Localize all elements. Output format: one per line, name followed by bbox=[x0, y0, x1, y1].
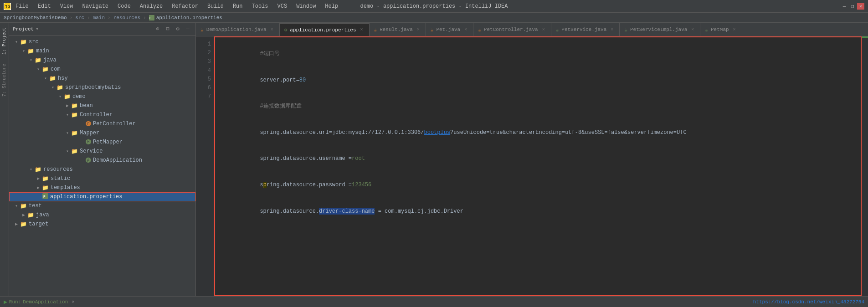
tree-label-java: java bbox=[43, 57, 56, 63]
tree-arrow-controller[interactable]: ▾ bbox=[64, 112, 71, 118]
tree-arrow-java-test[interactable]: ▶ bbox=[20, 212, 27, 218]
tab-icon-petcontroller: ☕ bbox=[478, 27, 481, 33]
tree-arrow-com[interactable]: ▾ bbox=[35, 67, 42, 72]
menu-file[interactable]: File bbox=[14, 2, 31, 10]
tree-arrow-java[interactable]: ▾ bbox=[27, 57, 35, 63]
tab-petmap[interactable]: ☕ PetMap × bbox=[700, 23, 742, 36]
sidebar-title-dropdown[interactable]: ▾ bbox=[36, 26, 39, 32]
tab-demoapplication-java[interactable]: ☕ DemoApplication.java × bbox=[196, 23, 280, 36]
sidebar-hide-icon[interactable]: — bbox=[184, 25, 192, 33]
tree-item-test[interactable]: ▾ 📁 test bbox=[9, 201, 195, 210]
tab-petcontroller-java[interactable]: ☕ PetController.java × bbox=[473, 23, 551, 36]
statusbar: ▶ Run: DemoApplication × https://blog.cs… bbox=[0, 296, 868, 307]
tree-arrow-demo[interactable]: ▾ bbox=[56, 94, 64, 99]
tree-item-springbootmybatis[interactable]: ▾ 📁 springbootmybatis bbox=[9, 83, 195, 92]
tree-item-demoapplication-svc[interactable]: ▶ 🅐 DemoApplication bbox=[9, 156, 195, 165]
tab-close-appprop[interactable]: × bbox=[359, 27, 365, 33]
menu-view[interactable]: View bbox=[58, 2, 75, 10]
tree-item-demo[interactable]: ▾ 📁 demo bbox=[9, 92, 195, 101]
tree-item-hsy[interactable]: ▾ 📁 hsy bbox=[9, 74, 195, 83]
menu-vcs[interactable]: VCS bbox=[276, 2, 289, 10]
breadcrumb-part-0[interactable]: SpringbootMybatisDemo bbox=[4, 15, 67, 20]
tree-label-springbootmybatis: springbootmybatis bbox=[65, 84, 121, 91]
breadcrumb-part-3[interactable]: resources bbox=[113, 15, 140, 20]
tree-arrow-main[interactable]: ▾ bbox=[20, 48, 27, 54]
line-num-2: 2 bbox=[199, 49, 211, 57]
tree-arrow-resources[interactable]: ▾ bbox=[27, 167, 35, 172]
tab-close-pet[interactable]: × bbox=[463, 27, 468, 32]
code-editor[interactable]: #端口号 server.port=80 #连接数据库配置 spring.data… bbox=[214, 36, 862, 296]
tab-close-petcontroller[interactable]: × bbox=[541, 27, 546, 32]
tree-arrow-target[interactable]: ▶ bbox=[13, 221, 20, 227]
sidebar-settings-icon[interactable]: ⚙ bbox=[174, 25, 182, 33]
tab-close-petservice[interactable]: × bbox=[609, 27, 615, 32]
sidebar-header: Project ▾ ⊕ ⊟ ⚙ — bbox=[9, 23, 195, 36]
tree-arrow-bean[interactable]: ▶ bbox=[64, 103, 71, 108]
breadcrumb-part-1[interactable]: src bbox=[75, 15, 84, 20]
menu-analyze[interactable]: Analyze bbox=[138, 2, 164, 10]
tree-item-java-test[interactable]: ▶ 📁 java bbox=[9, 210, 195, 220]
tree-item-resources[interactable]: ▾ 📁 resources bbox=[9, 165, 195, 174]
tree-arrow-springbootmybatis[interactable]: ▾ bbox=[49, 85, 56, 90]
controller-icon-petcontroller: 🅒 bbox=[86, 121, 91, 128]
tree-item-bean[interactable]: ▶ 📁 bean bbox=[9, 101, 195, 110]
tab-petservice-java[interactable]: ☕ PetService.java × bbox=[551, 23, 620, 36]
menu-navigate[interactable]: Navigate bbox=[80, 2, 110, 10]
menu-code[interactable]: Code bbox=[116, 2, 133, 10]
menu-run[interactable]: Run bbox=[231, 2, 245, 10]
menu-window[interactable]: Window bbox=[294, 2, 318, 10]
tab-petserviceimpl-java[interactable]: ☕ PetServiceImpl.java × bbox=[620, 23, 700, 36]
tree-item-application-properties[interactable]: ▶ P application.properties bbox=[9, 192, 195, 201]
tree-item-petmapper[interactable]: ▶ 🅜 PetMapper bbox=[9, 138, 195, 147]
status-close-icon[interactable]: × bbox=[72, 299, 75, 305]
tree-arrow-test[interactable]: ▾ bbox=[13, 203, 20, 209]
tree-item-static[interactable]: ▶ 📁 static bbox=[9, 174, 195, 183]
menu-tools[interactable]: Tools bbox=[250, 2, 270, 10]
tree-arrow-static[interactable]: ▶ bbox=[35, 176, 42, 181]
breadcrumb-part-2[interactable]: main bbox=[93, 15, 105, 20]
tree-item-templates[interactable]: ▶ 📁 templates bbox=[9, 183, 195, 192]
tree-item-src[interactable]: ▾ 📁 src bbox=[9, 37, 195, 46]
tab-close-petserviceimpl[interactable]: × bbox=[690, 27, 695, 32]
breadcrumb-sep-3: › bbox=[143, 15, 146, 20]
tab-close-result[interactable]: × bbox=[416, 27, 421, 32]
svg-text:P: P bbox=[43, 194, 46, 199]
tab-application-properties[interactable]: ⚙ application.properties × bbox=[280, 23, 370, 36]
tree-item-petcontroller[interactable]: ▶ 🅒 PetController bbox=[9, 119, 195, 128]
close-button[interactable]: ✕ bbox=[857, 3, 864, 10]
vtab-structure[interactable]: 7: Structure bbox=[1, 61, 8, 99]
tab-result-java[interactable]: ☕ Result.java × bbox=[370, 23, 426, 36]
menu-help[interactable]: Help bbox=[323, 2, 340, 10]
menu-refactor[interactable]: Refactor bbox=[170, 2, 200, 10]
menu-edit[interactable]: Edit bbox=[36, 2, 53, 10]
minimize-button[interactable]: — bbox=[841, 3, 848, 10]
left-vtabs: 1: Project 7: Structure bbox=[0, 23, 9, 296]
tree-item-service[interactable]: ▾ 📁 Service bbox=[9, 147, 195, 156]
menu-build[interactable]: Build bbox=[205, 2, 226, 10]
tree-item-mapper[interactable]: ▾ 📁 Mapper bbox=[9, 128, 195, 138]
tab-pet-java[interactable]: ☕ Pet.java × bbox=[426, 23, 473, 36]
val-ds-url-db[interactable]: bootplus bbox=[424, 129, 451, 136]
tab-close-demoapplication[interactable]: × bbox=[269, 27, 275, 32]
tree-item-java[interactable]: ▾ 📁 java bbox=[9, 56, 195, 65]
status-app-name: DemoApplication bbox=[23, 299, 68, 305]
tree-item-target[interactable]: ▶ 📁 target bbox=[9, 220, 195, 229]
tree-arrow-service[interactable]: ▾ bbox=[64, 148, 71, 154]
tree-item-controller[interactable]: ▾ 📁 Controller bbox=[9, 110, 195, 119]
tree-item-main[interactable]: ▾ 📁 main bbox=[9, 46, 195, 56]
status-run[interactable]: ▶ Run: DemoApplication × bbox=[4, 298, 75, 306]
maximize-button[interactable]: ❐ bbox=[849, 3, 856, 10]
folder-icon-static: 📁 bbox=[42, 175, 49, 182]
tree-arrow-src[interactable]: ▾ bbox=[13, 39, 20, 45]
breadcrumb-part-4[interactable]: application.properties bbox=[156, 15, 222, 20]
titlebar-left: IJ File Edit View Navigate Code Analyze … bbox=[4, 2, 340, 10]
sidebar-collapse-icon[interactable]: ⊟ bbox=[164, 25, 172, 33]
tree-arrow-templates[interactable]: ▶ bbox=[35, 185, 42, 190]
line-num-6: 6 bbox=[199, 84, 211, 92]
tab-close-petmap[interactable]: × bbox=[732, 27, 737, 32]
vtab-project[interactable]: 1: Project bbox=[1, 25, 8, 57]
tree-arrow-hsy[interactable]: ▾ bbox=[42, 76, 49, 81]
sidebar-locate-icon[interactable]: ⊕ bbox=[154, 25, 162, 33]
tree-item-com[interactable]: ▾ 📁 com bbox=[9, 65, 195, 74]
tree-arrow-mapper[interactable]: ▾ bbox=[64, 130, 71, 136]
